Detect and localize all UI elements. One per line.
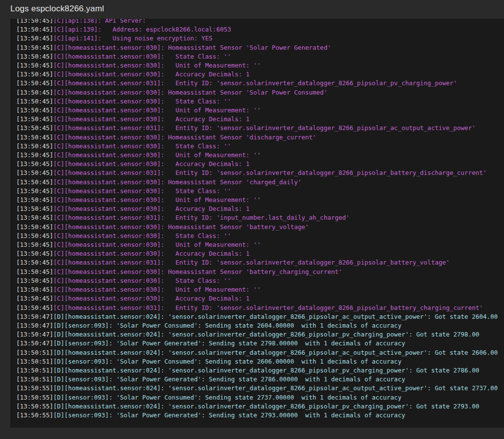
log-line: [13:50:45][C][homeassistant.sensor:030]:… [16, 249, 504, 258]
log-message: [D][sensor:093]: 'Solar Power Generated'… [53, 411, 405, 419]
log-timestamp: [13:50:47] [16, 331, 53, 338]
log-line: [13:50:45][C][api:141]: Using noise encr… [16, 34, 504, 43]
log-output-panel[interactable]: [13:50:45][C][api:138]: API Server:[13:5… [10, 19, 504, 428]
log-line: [13:50:45][C][homeassistant.sensor:030]:… [16, 240, 504, 249]
log-line: [13:50:45][C][homeassistant.sensor:030]:… [16, 223, 504, 232]
log-message: [C][homeassistant.sensor:031]: Entity ID… [53, 124, 475, 132]
log-line: [13:50:51][D][homeassistant.sensor:024]:… [16, 348, 504, 357]
log-message: [C][api:138]: API Server: [53, 19, 146, 24]
log-message: [C][homeassistant.sensor:030]: Unit of M… [53, 196, 260, 203]
log-message: [C][homeassistant.sensor:030]: Homeassis… [53, 223, 309, 231]
log-line: [13:50:45][C][homeassistant.sensor:030]:… [16, 70, 504, 79]
log-timestamp: [13:50:45] [16, 178, 53, 186]
log-line: [13:50:45][C][homeassistant.sensor:030]:… [16, 52, 504, 61]
log-message: [C][homeassistant.sensor:030]: State Cla… [53, 98, 231, 105]
log-line: [13:50:45][C][homeassistant.sensor:031]:… [16, 258, 504, 267]
log-timestamp: [13:50:45] [16, 79, 53, 87]
log-timestamp: [13:50:45] [16, 134, 53, 141]
log-timestamp: [13:50:45] [16, 268, 53, 275]
log-timestamp: [13:50:55] [16, 403, 53, 410]
log-timestamp: [13:50:45] [16, 34, 53, 42]
log-message: [C][homeassistant.sensor:030]: Unit of M… [53, 241, 260, 248]
log-message: [C][homeassistant.sensor:030]: Homeassis… [53, 268, 342, 275]
log-line: [13:50:47][D][sensor:093]: 'Solar Power … [16, 339, 504, 348]
log-line: [13:50:45][C][homeassistant.sensor:030]:… [16, 88, 504, 97]
log-message: [C][homeassistant.sensor:031]: Entity ID… [53, 169, 487, 176]
log-timestamp: [13:50:55] [16, 384, 53, 392]
log-message: [D][homeassistant.sensor:024]: 'sensor.s… [53, 403, 479, 410]
log-timestamp: [13:50:51] [16, 367, 53, 374]
log-message: [C][homeassistant.sensor:030]: Accuracy … [53, 295, 250, 302]
log-timestamp: [13:50:47] [16, 322, 53, 329]
log-viewer-window: Logs espclock8266.yaml [13:50:45][C][api… [0, 0, 504, 439]
log-line: [13:50:45][C][homeassistant.sensor:030]:… [16, 196, 504, 204]
log-timestamp: [13:50:45] [16, 106, 53, 114]
log-line: [13:50:55][D][homeassistant.sensor:024]:… [16, 384, 504, 393]
log-message: [C][homeassistant.sensor:031]: Entity ID… [53, 214, 349, 221]
log-timestamp: [13:50:45] [16, 241, 53, 248]
log-line: [13:50:45][C][homeassistant.sensor:030]:… [16, 285, 504, 294]
log-line: [13:50:55][D][sensor:093]: 'Solar Power … [16, 393, 504, 402]
log-line: [13:50:45][C][homeassistant.sensor:030]:… [16, 204, 504, 213]
log-message: [C][homeassistant.sensor:030]: Homeassis… [53, 134, 316, 141]
log-message: [C][homeassistant.sensor:030]: Homeassis… [53, 178, 301, 186]
log-line: [13:50:45][C][homeassistant.sensor:030]:… [16, 97, 504, 106]
log-line: [13:50:51][D][sensor:093]: 'Solar Power … [16, 375, 504, 384]
log-timestamp: [13:50:45] [16, 205, 53, 212]
log-timestamp: [13:50:45] [16, 223, 53, 231]
log-message: [C][homeassistant.sensor:030]: State Cla… [53, 232, 231, 239]
log-line: [13:50:55][D][sensor:093]: 'Solar Power … [16, 411, 504, 420]
log-message: [C][homeassistant.sensor:030]: State Cla… [53, 53, 231, 60]
log-timestamp: [13:50:45] [16, 142, 53, 150]
log-message: [C][homeassistant.sensor:031]: Entity ID… [53, 304, 483, 311]
log-line: [13:50:45][C][homeassistant.sensor:031]:… [16, 169, 504, 177]
log-line: [13:50:55][D][homeassistant.sensor:024]:… [16, 402, 504, 411]
log-timestamp: [13:50:45] [16, 259, 53, 266]
log-timestamp: [13:50:45] [16, 70, 53, 78]
log-timestamp: [13:50:45] [16, 304, 53, 311]
log-message: [D][sensor:093]: 'Solar Power Generated'… [53, 339, 405, 347]
log-timestamp: [13:50:45] [16, 44, 53, 51]
log-line: [13:50:45][C][homeassistant.sensor:030]:… [16, 151, 504, 160]
log-timestamp: [13:50:51] [16, 358, 53, 365]
log-timestamp: [13:50:45] [16, 295, 53, 302]
log-message: [C][homeassistant.sensor:030]: Homeassis… [53, 44, 331, 51]
log-timestamp: [13:50:45] [16, 187, 53, 195]
log-timestamp: [13:50:51] [16, 375, 53, 383]
log-line: [13:50:45][C][api:139]: Address: espcloc… [16, 25, 504, 34]
log-viewer-header: Logs espclock8266.yaml [0, 0, 504, 19]
log-timestamp: [13:50:45] [16, 115, 53, 123]
log-message: [C][api:141]: Using noise encryption: YE… [53, 34, 213, 42]
log-lines-container: [13:50:45][C][api:138]: API Server:[13:5… [10, 19, 504, 420]
log-message: [D][sensor:093]: 'Solar Power Consumed':… [53, 322, 401, 329]
log-message: [D][sensor:093]: 'Solar Power Consumed':… [53, 394, 401, 401]
log-message: [C][homeassistant.sensor:030]: State Cla… [53, 187, 231, 195]
log-timestamp: [13:50:45] [16, 151, 53, 159]
log-timestamp: [13:50:51] [16, 349, 53, 356]
log-line: [13:50:47][D][homeassistant.sensor:024]:… [16, 312, 504, 321]
log-message: [C][homeassistant.sensor:031]: Entity ID… [53, 79, 457, 87]
log-line: [13:50:47][D][homeassistant.sensor:024]:… [16, 330, 504, 339]
log-timestamp: [13:50:55] [16, 394, 53, 401]
log-timestamp: [13:50:45] [16, 277, 53, 284]
log-line: [13:50:45][C][homeassistant.sensor:030]:… [16, 142, 504, 151]
log-line: [13:50:45][C][homeassistant.sensor:031]:… [16, 304, 504, 312]
page-title: Logs espclock8266.yaml [10, 4, 104, 14]
log-message: [C][homeassistant.sensor:030]: Accuracy … [53, 205, 250, 212]
log-timestamp: [13:50:45] [16, 169, 53, 176]
log-timestamp: [13:50:45] [16, 89, 53, 96]
log-timestamp: [13:50:55] [16, 411, 53, 419]
log-line: [13:50:51][D][homeassistant.sensor:024]:… [16, 366, 504, 375]
log-message: [C][homeassistant.sensor:030]: Homeassis… [53, 89, 327, 96]
log-line: [13:50:45][C][homeassistant.sensor:030]:… [16, 115, 504, 124]
log-message: [C][homeassistant.sensor:030]: State Cla… [53, 277, 231, 284]
log-line: [13:50:45][C][homeassistant.sensor:031]:… [16, 213, 504, 222]
log-line: [13:50:45][C][homeassistant.sensor:030]:… [16, 232, 504, 240]
log-timestamp: [13:50:45] [16, 62, 53, 69]
log-timestamp: [13:50:45] [16, 196, 53, 203]
log-line: [13:50:45][C][homeassistant.sensor:030]:… [16, 133, 504, 142]
log-message: [C][homeassistant.sensor:030]: Accuracy … [53, 250, 250, 257]
log-timestamp: [13:50:45] [16, 160, 53, 168]
log-timestamp: [13:50:45] [16, 250, 53, 257]
log-timestamp: [13:50:47] [16, 313, 53, 320]
